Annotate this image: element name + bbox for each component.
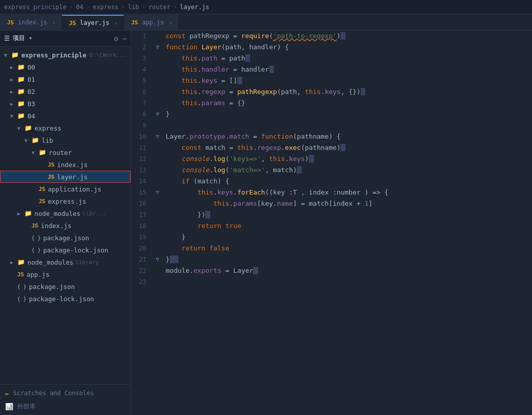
tree-label-nm-lib: node_modules — [35, 210, 80, 217]
tree-item-00[interactable]: ▶ 📁 00 — [0, 61, 131, 73]
gutter-15: ▽ — [152, 187, 163, 198]
tree-arrow-root: ▼ — [4, 52, 11, 58]
breadcrumb-express-principle[interactable]: express_principle — [4, 4, 67, 11]
code-line-1: 1 const pathRegexp = require('path-to-re… — [131, 30, 532, 42]
line-num-21: 21 — [131, 254, 152, 265]
line-num-19: 19 — [131, 232, 152, 243]
tree-arrow-lib: ▼ — [24, 138, 32, 143]
code-line-12: 12 console.log('keys=>', this.keys) — [131, 153, 532, 165]
code-line-18: 18 return true — [131, 220, 532, 232]
code-content-20: return false — [163, 243, 532, 254]
code-content-1: const pathRegexp = require('path-to-rege… — [163, 30, 532, 42]
tree-item-application-js[interactable]: JS application.js — [0, 183, 131, 195]
tree-item-03[interactable]: ▶ 📁 03 — [0, 98, 131, 110]
tab-close-app[interactable]: ✕ — [169, 20, 172, 25]
line-num-9: 9 — [131, 120, 152, 131]
line-num-12: 12 — [131, 153, 152, 165]
line-num-18: 18 — [131, 220, 152, 232]
external-lib-item[interactable]: 📊 外部库 — [0, 400, 131, 413]
file-tree[interactable]: ▼ 📁 express_principle D:\CWork... ▶ 📁 00… — [0, 47, 131, 384]
code-area[interactable]: 1 const pathRegexp = require('path-to-re… — [131, 30, 532, 415]
tree-root[interactable]: ▼ 📁 express_principle D:\CWork... — [0, 49, 131, 61]
breadcrumb-express[interactable]: express — [93, 4, 119, 11]
code-content-17: }) — [163, 209, 532, 220]
code-line-14: 14 if (match) { — [131, 176, 532, 187]
code-content-7: this.params = {} — [163, 98, 532, 109]
folder-icon-lib: 📁 — [32, 137, 39, 144]
tree-item-express[interactable]: ▼ 📁 express — [0, 122, 131, 134]
line-num-11: 11 — [131, 142, 152, 153]
tree-label-package-lock-json: package-lock.json — [43, 246, 108, 254]
tree-item-express-js[interactable]: JS express.js — [0, 195, 131, 207]
tab-index-js[interactable]: JS index.js ✕ — [0, 15, 62, 30]
tab-app-js[interactable]: JS app.js ✕ — [124, 15, 179, 30]
settings-icon[interactable]: ⚙ — [114, 35, 118, 43]
tab-close-layer[interactable]: ✕ — [114, 20, 117, 26]
tree-arrow-nm-lib: ▶ — [17, 211, 24, 216]
folder-icon-04: 📁 — [17, 112, 25, 119]
tree-item-02[interactable]: ▶ 📁 02 — [0, 85, 131, 98]
tree-label-00: 00 — [27, 63, 35, 71]
code-line-3: 3 this.path = path — [131, 53, 532, 64]
breadcrumb-layerjs[interactable]: layer.js — [180, 4, 209, 11]
tab-layer-js[interactable]: JS layer.js ✕ — [62, 15, 124, 30]
js-file-icon-active: JS — [68, 19, 77, 27]
gutter-8: ▽ — [152, 109, 163, 120]
code-line-20: 20 return false — [131, 243, 532, 254]
tree-item-lib[interactable]: ▼ 📁 lib — [0, 134, 131, 146]
code-content-22: module.exports = Layer — [163, 265, 532, 276]
folder-icon-router: 📁 — [39, 149, 46, 156]
tree-arrow-router: ▼ — [32, 150, 39, 155]
sidebar-actions: ⚙ − — [114, 35, 127, 43]
minimize-sidebar-icon[interactable]: − — [122, 35, 127, 43]
code-line-22: 22 module.exports = Layer — [131, 265, 532, 276]
code-line-13: 13 console.log('match=>', match) — [131, 165, 532, 176]
tree-label-package-json-root: package.json — [29, 283, 75, 291]
tree-label-router: router — [49, 149, 72, 156]
tree-item-layer-js[interactable]: JS layer.js — [0, 171, 131, 183]
code-line-10: 10 ▽ Layer.prototype.match = function(pa… — [131, 131, 532, 142]
code-line-6: 6 this.regexp = pathRegexp(path, this.ke… — [131, 86, 532, 98]
breadcrumb-sep-5: › — [173, 4, 177, 10]
js-icon-index: JS — [48, 162, 54, 168]
line-num-2: 2 — [131, 42, 152, 53]
code-editor[interactable]: 1 const pathRegexp = require('path-to-re… — [131, 30, 532, 415]
tree-item-04[interactable]: ▼ 📁 04 — [0, 110, 131, 122]
breadcrumb-04[interactable]: 04 — [76, 4, 83, 11]
tree-item-router[interactable]: ▼ 📁 router — [0, 146, 131, 158]
tree-label-02: 02 — [27, 88, 35, 95]
code-content-13: console.log('match=>', match) — [163, 165, 532, 176]
tree-item-package-json-root[interactable]: { } package.json — [0, 280, 131, 293]
line-num-3: 3 — [131, 53, 152, 64]
line-num-15: 15 — [131, 187, 152, 198]
tree-suffix-nm2: library — [75, 259, 99, 266]
json-icon-root: { } — [17, 284, 26, 290]
tree-item-app-js-root[interactable]: JS app.js — [0, 268, 131, 280]
tree-item-package-lock-json[interactable]: { } package-lock.json — [0, 244, 131, 256]
code-content-18: return true — [163, 220, 532, 232]
sidebar-header: ☰ 项目 ▾ ⚙ − — [0, 30, 131, 47]
sidebar-bottom: ✏ Scratches and Consoles 📊 外部库 — [0, 384, 131, 415]
code-content-3: this.path = path — [163, 53, 532, 64]
tree-item-index-js-2[interactable]: JS index.js — [0, 219, 131, 232]
code-content-21: } — [163, 254, 532, 265]
tab-label-layer: layer.js — [80, 19, 109, 26]
tab-close-index[interactable]: ✕ — [52, 20, 55, 25]
code-line-19: 19 } — [131, 232, 532, 243]
breadcrumb-lib[interactable]: lib — [128, 4, 139, 11]
tree-item-node-modules-lib[interactable]: ▶ 📁 node_modules libr... — [0, 207, 131, 219]
breadcrumb-router[interactable]: router — [148, 4, 170, 11]
tree-item-package-json[interactable]: { } package.json — [0, 232, 131, 244]
tree-item-package-lock-root[interactable]: { } package-lock.json — [0, 293, 131, 305]
gutter-21: ▽ — [152, 254, 163, 265]
tree-item-node-modules-2[interactable]: ▶ 📁 node_modules library — [0, 256, 131, 268]
tree-arrow-nm2: ▶ — [10, 260, 17, 265]
tree-item-index-js-router[interactable]: JS index.js — [0, 158, 131, 171]
code-line-21: 21 ▽ } — [131, 254, 532, 265]
tree-item-01[interactable]: ▶ 📁 01 — [0, 73, 131, 85]
folder-icon-01: 📁 — [17, 76, 25, 83]
code-content-16: this.params[key.name] = match[index + 1] — [163, 198, 532, 209]
tree-label-express-js: express.js — [48, 198, 86, 205]
scratches-item[interactable]: ✏ Scratches and Consoles — [0, 387, 131, 400]
tree-label-lib: lib — [42, 137, 53, 144]
